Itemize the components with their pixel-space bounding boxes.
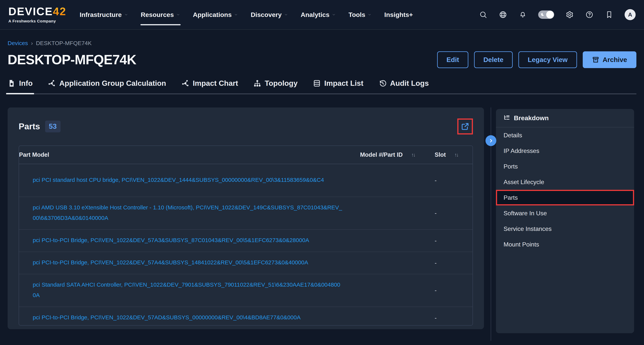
- slot-value: -: [435, 253, 472, 274]
- parts-table: Part Model Model #/Part ID ↑↓ Slot ↑↓ pc…: [19, 145, 473, 326]
- brand-name: DEVICE42: [8, 6, 66, 17]
- part-model-link[interactable]: pci PCI-to-PCI Bridge, PCI\VEN_1022&DEV_…: [33, 259, 308, 266]
- sidebar-item-software-in-use[interactable]: Software In Use: [496, 205, 634, 221]
- share-network-icon: [181, 79, 189, 87]
- column-model-part-id[interactable]: Model #/Part ID ↑↓: [360, 150, 435, 160]
- legacy-view-button[interactable]: Legacy View: [518, 51, 577, 68]
- chevron-down-icon: [368, 12, 372, 17]
- tab-topology[interactable]: Topology: [253, 79, 298, 94]
- page-content: Devices › DESKTOP-MFQE74K DESKTOP-MFQE74…: [0, 40, 644, 341]
- sort-icon: ↑↓: [411, 150, 415, 160]
- archive-button[interactable]: Archive: [583, 51, 636, 68]
- brand-accent: 42: [53, 5, 66, 17]
- model-part-id-value: [360, 285, 435, 296]
- user-avatar[interactable]: A: [624, 9, 636, 20]
- nav-infrastructure[interactable]: Infrastructure: [80, 9, 128, 20]
- breadcrumb: Devices › DESKTOP-MFQE74K: [8, 40, 636, 46]
- model-part-id-value: [360, 169, 435, 192]
- open-parts-list-button[interactable]: [458, 120, 472, 133]
- edit-button[interactable]: Edit: [437, 51, 468, 68]
- slot-value: -: [435, 230, 472, 251]
- sidebar-item-ip-addresses[interactable]: IP Addresses: [496, 143, 634, 159]
- nav-analytics[interactable]: Analytics: [301, 9, 336, 20]
- share-network-icon: [48, 79, 56, 87]
- chevron-down-icon: [234, 12, 238, 17]
- parts-title: Parts: [19, 121, 40, 131]
- device42-logo[interactable]: DEVICE42 A Freshworks Company: [8, 6, 66, 23]
- sidebar-item-mount-points[interactable]: Mount Points: [496, 237, 634, 252]
- slot-value: -: [435, 280, 472, 301]
- tab-impact-list[interactable]: Impact List: [313, 79, 364, 94]
- page-title: DESKTOP-MFQE74K: [8, 52, 136, 67]
- collapse-sidebar-button[interactable]: [486, 135, 496, 146]
- column-part-model: Part Model: [19, 146, 360, 164]
- action-buttons: Edit Delete Legacy View Archive: [437, 51, 636, 68]
- part-model-link[interactable]: pci PCI standard host CPU bridge, PCI\VE…: [33, 177, 324, 183]
- content-row: Parts 53 Part Model Model #/Part ID ↑↓ S…: [8, 107, 636, 341]
- chevron-down-icon: [284, 12, 288, 17]
- nav-resources[interactable]: Resources: [141, 9, 180, 20]
- breakdown-sidebar: Breakdown Details IP Addresses Ports Ass…: [496, 109, 634, 333]
- bookmark-icon[interactable]: [605, 10, 614, 19]
- slot-value: -: [435, 165, 472, 196]
- detail-tabs: Info Application Group Calculation Impac…: [8, 79, 636, 94]
- nav-insights-plus[interactable]: Insights+: [384, 9, 413, 20]
- table-row: pci PCI-to-PCI Bridge, PCI\VEN_1022&DEV_…: [19, 230, 472, 252]
- archive-icon: [592, 56, 599, 63]
- brand-tagline: A Freshworks Company: [8, 19, 66, 23]
- nav-applications[interactable]: Applications: [193, 9, 238, 20]
- part-model-link[interactable]: pci PCI-to-PCI Bridge, PCI\VEN_1022&DEV_…: [33, 314, 300, 321]
- tab-application-group-calculation[interactable]: Application Group Calculation: [48, 79, 166, 94]
- delete-button[interactable]: Delete: [474, 51, 513, 68]
- sort-icon: ↑↓: [454, 150, 458, 160]
- slot-value: -: [435, 308, 472, 326]
- table-row: pci PCI-to-PCI Bridge, PCI\VEN_1022&DEV_…: [19, 252, 472, 274]
- sidebar-item-parts[interactable]: Parts: [496, 190, 634, 205]
- column-slot[interactable]: Slot ↑↓: [435, 150, 472, 160]
- moon-icon: [540, 12, 545, 17]
- tab-info[interactable]: Info: [8, 79, 32, 94]
- nav-discovery[interactable]: Discovery: [251, 9, 288, 20]
- breadcrumb-separator: ›: [31, 40, 33, 46]
- chevron-down-icon: [124, 12, 128, 17]
- breakdown-header: Breakdown: [496, 109, 634, 127]
- breadcrumb-devices-link[interactable]: Devices: [8, 40, 28, 46]
- notifications-bell-icon[interactable]: [518, 10, 527, 19]
- theme-toggle[interactable]: [538, 10, 554, 19]
- table-row: pci PCI-to-PCI Bridge, PCI\VEN_1022&DEV_…: [19, 307, 472, 326]
- parts-panel: Parts 53 Part Model Model #/Part ID ↑↓ S…: [8, 107, 484, 329]
- tab-impact-chart[interactable]: Impact Chart: [181, 79, 238, 94]
- globe-icon[interactable]: [498, 10, 507, 19]
- sidebar-item-ports[interactable]: Ports: [496, 159, 634, 174]
- model-part-id-value: [360, 257, 435, 269]
- part-model-link[interactable]: pci Standard SATA AHCI Controller, PCI\V…: [33, 282, 340, 298]
- breadcrumb-current: DESKTOP-MFQE74K: [36, 40, 92, 46]
- help-icon[interactable]: [585, 10, 594, 19]
- sidebar-item-service-instances[interactable]: Service Instances: [496, 221, 634, 237]
- sidebar-item-details[interactable]: Details: [496, 127, 634, 143]
- chevron-down-icon: [176, 12, 180, 17]
- part-model-link[interactable]: pci PCI-to-PCI Bridge, PCI\VEN_1022&DEV_…: [33, 237, 309, 243]
- part-model-link[interactable]: pci AMD USB 3.10 eXtensible Host Control…: [33, 204, 342, 221]
- main-menu: Infrastructure Resources Applications Di…: [80, 9, 413, 20]
- page-header: DESKTOP-MFQE74K Edit Delete Legacy View …: [8, 51, 636, 68]
- list-table-icon: [313, 79, 321, 87]
- table-row: pci Standard SATA AHCI Controller, PCI\V…: [19, 274, 472, 307]
- table-row: pci AMD USB 3.10 eXtensible Host Control…: [19, 197, 472, 230]
- sidebar-item-asset-lifecycle[interactable]: Asset Lifecycle: [496, 174, 634, 190]
- model-part-id-value: [360, 312, 435, 324]
- tab-audit-logs[interactable]: Audit Logs: [379, 79, 429, 94]
- search-icon[interactable]: [479, 10, 488, 19]
- settings-gear-icon[interactable]: [565, 10, 574, 19]
- parts-count-badge: 53: [45, 121, 60, 132]
- history-clock-icon: [379, 79, 387, 87]
- list-tree-icon: [503, 115, 510, 121]
- chevron-down-icon: [332, 12, 336, 17]
- nav-tools[interactable]: Tools: [348, 9, 372, 20]
- parts-table-header: Part Model Model #/Part ID ↑↓ Slot ↑↓: [19, 146, 472, 164]
- annotation-highlight-external-link: [457, 118, 473, 134]
- slot-value: -: [435, 203, 472, 224]
- parts-panel-header: Parts 53: [19, 118, 473, 134]
- top-navigation: DEVICE42 A Freshworks Company Infrastruc…: [0, 0, 644, 30]
- model-part-id-value: [360, 235, 435, 247]
